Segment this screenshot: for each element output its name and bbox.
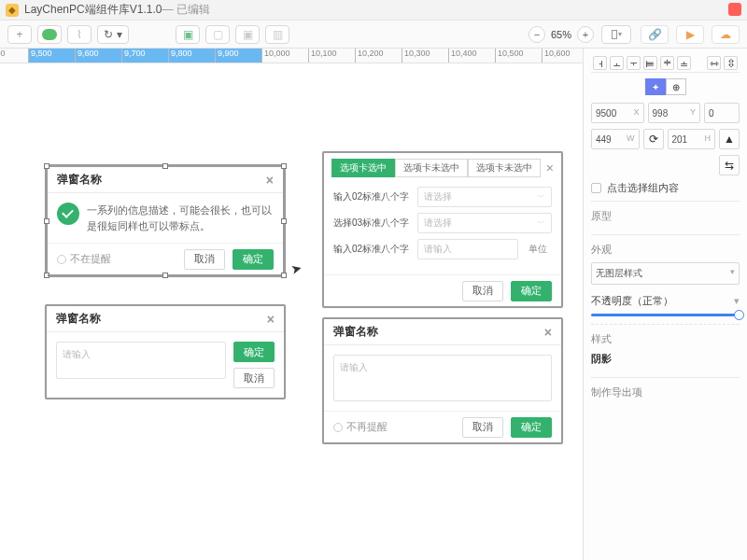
- close-icon[interactable]: ×: [266, 173, 274, 188]
- input-unit: 单位: [524, 243, 552, 256]
- close-icon[interactable]: ×: [267, 312, 275, 327]
- tab-active[interactable]: 选项卡选中: [331, 159, 395, 177]
- align-bottom-icon[interactable]: ⫨: [677, 56, 691, 70]
- text-input[interactable]: 请输入: [417, 239, 518, 259]
- alignment-toolbar: ⫞ ⫠ ⫟ ⫢ ⫩ ⫨ ⇿ ⇳: [591, 54, 740, 73]
- y-field[interactable]: 998Y: [648, 103, 701, 123]
- align-left-icon[interactable]: ⫞: [593, 56, 607, 70]
- shape-oval-button[interactable]: [37, 25, 62, 44]
- attach-button[interactable]: ⌇: [67, 25, 92, 44]
- document-title: LayChenPC端组件库V1.1.0: [24, 2, 162, 18]
- design-tab[interactable]: ✦: [645, 78, 666, 95]
- select-input[interactable]: 请选择﹀: [417, 187, 552, 207]
- cancel-button[interactable]: 取消: [233, 368, 275, 388]
- difference-button[interactable]: ▥: [265, 25, 289, 44]
- ruler-tick: 9,600: [75, 49, 121, 63]
- tab[interactable]: 选项卡未选中: [395, 159, 468, 177]
- subtract-button[interactable]: ▢: [205, 25, 230, 44]
- textarea-input[interactable]: 请输入: [56, 342, 226, 379]
- window-titlebar: ◆ LayChenPC端组件库V1.1.0 — 已编辑: [0, 0, 747, 21]
- ruler-tick: 9,900: [215, 49, 261, 63]
- section-appearance: 外观: [591, 243, 740, 257]
- flip-h-icon[interactable]: ▲: [719, 129, 740, 149]
- link-button[interactable]: 🔗: [641, 25, 669, 44]
- ok-button[interactable]: 确定: [233, 249, 274, 270]
- section-export: 制作导出项: [591, 385, 740, 399]
- ok-button[interactable]: 确定: [511, 281, 552, 301]
- play-button[interactable]: ▶: [676, 25, 704, 44]
- rotate-button[interactable]: ↻ ▾: [97, 25, 129, 44]
- ruler-tick: 9,400: [0, 49, 28, 63]
- zoom-controls: − 65% +: [529, 26, 594, 43]
- w-field[interactable]: 449W: [591, 129, 640, 149]
- cloud-button[interactable]: ☁: [712, 25, 740, 44]
- h-field[interactable]: 201H: [668, 129, 716, 149]
- ruler-tick: 10,600: [542, 49, 588, 63]
- textarea-input[interactable]: 请输入: [333, 355, 552, 401]
- opacity-slider[interactable]: [591, 314, 740, 316]
- form-label: 选择03标准八个字: [333, 217, 412, 230]
- ruler-tick: 10,400: [448, 49, 495, 63]
- distribute-h-icon[interactable]: ⇿: [707, 56, 721, 70]
- view-layout-button[interactable]: ▾: [601, 25, 631, 44]
- no-remind-checkbox[interactable]: 不在提醒: [57, 252, 111, 266]
- section-shadow: 阴影: [591, 352, 740, 366]
- section-style: 样式: [591, 332, 740, 346]
- flip-v-icon[interactable]: ⇆: [719, 155, 740, 175]
- zoom-out-button[interactable]: −: [529, 26, 545, 43]
- close-icon[interactable]: ×: [544, 325, 552, 340]
- align-center-h-icon[interactable]: ⫠: [610, 56, 624, 70]
- ruler-tick: 10,500: [495, 49, 542, 63]
- distribute-v-icon[interactable]: ⇳: [724, 56, 738, 70]
- ok-button[interactable]: 确定: [233, 342, 275, 362]
- artboard-dialog-textarea[interactable]: 弹窗名称 × 请输入 确定 取消: [45, 304, 286, 399]
- inspector-panel: ⫞ ⫠ ⫟ ⫢ ⫩ ⫨ ⇿ ⇳ ✦ ⊕ 9500X 998Y 0 449W ⟳ …: [583, 49, 747, 560]
- canvas-area[interactable]: 弹窗名称 × 一系列的信息描述，可能会很长，也可以是很短同样也可以带标点。 不在…: [0, 63, 583, 560]
- chevron-down-icon: ﹀: [537, 191, 545, 203]
- ruler-tick: 10,200: [355, 49, 402, 63]
- tab[interactable]: 选项卡未选中: [468, 159, 541, 177]
- app-icon: ◆: [6, 4, 19, 17]
- ruler-tick: 9,700: [121, 49, 168, 63]
- cancel-button[interactable]: 取消: [462, 417, 503, 438]
- artboard-dialog-tabs-form[interactable]: 选项卡选中 选项卡未选中 选项卡未选中 × 输入02标准八个字 请选择﹀ 选择0…: [322, 151, 563, 308]
- ruler-tick: 10,300: [402, 49, 448, 63]
- lock-ratio-icon[interactable]: ⟳: [643, 129, 664, 149]
- align-right-icon[interactable]: ⫟: [627, 56, 641, 70]
- union-button[interactable]: ▣: [176, 25, 200, 44]
- layer-style-select[interactable]: 无图层样式▾: [591, 262, 740, 285]
- edited-indicator: — 已编辑: [162, 2, 209, 18]
- dialog-title: 弹窗名称: [333, 324, 378, 340]
- no-remind-checkbox[interactable]: 不再提醒: [333, 420, 388, 434]
- click-select-content-checkbox[interactable]: 点击选择组内容: [591, 181, 740, 195]
- artboard-dialog-confirm[interactable]: 弹窗名称 × 一系列的信息描述，可能会很长，也可以是很短同样也可以带标点。 不在…: [45, 164, 286, 277]
- zoom-in-button[interactable]: +: [577, 26, 594, 43]
- ruler-tick: 9,800: [168, 49, 215, 63]
- plus-button[interactable]: +: [7, 25, 32, 44]
- cancel-button[interactable]: 取消: [184, 249, 225, 270]
- dialog-title: 弹窗名称: [57, 172, 102, 188]
- extra-field[interactable]: 0: [704, 103, 740, 123]
- window-close-icon[interactable]: [728, 3, 741, 16]
- prototype-tab[interactable]: ⊕: [666, 78, 686, 95]
- main-toolbar: + ⌇ ↻ ▾ ▣ ▢ ▣ ▥ − 65% + ▾ 🔗 ▶ ☁: [0, 21, 747, 49]
- zoom-level: 65%: [549, 29, 573, 40]
- select-input[interactable]: 请选择﹀: [417, 213, 552, 233]
- close-icon[interactable]: ×: [546, 161, 554, 175]
- inspector-mode-toggle: ✦ ⊕: [591, 78, 740, 95]
- cursor-icon: ➤: [289, 260, 304, 278]
- intersect-button[interactable]: ▣: [235, 25, 260, 44]
- success-icon: [57, 203, 79, 225]
- artboard-dialog-textarea-footer[interactable]: 弹窗名称 × 请输入 不再提醒 取消 确定: [322, 317, 563, 444]
- ruler-tick: 10,100: [308, 49, 355, 63]
- section-prototype: 原型: [591, 209, 740, 223]
- opacity-label: 不透明度（正常）: [591, 294, 673, 308]
- cancel-button[interactable]: 取消: [462, 281, 503, 301]
- ok-button[interactable]: 确定: [511, 417, 552, 438]
- align-center-v-icon[interactable]: ⫩: [660, 56, 674, 70]
- form-label: 输入02标准八个字: [333, 243, 412, 256]
- dialog-description: 一系列的信息描述，可能会很长，也可以是很短同样也可以带标点。: [87, 203, 274, 233]
- x-field[interactable]: 9500X: [591, 103, 644, 123]
- form-label: 输入02标准八个字: [333, 190, 412, 203]
- align-top-icon[interactable]: ⫢: [643, 56, 657, 70]
